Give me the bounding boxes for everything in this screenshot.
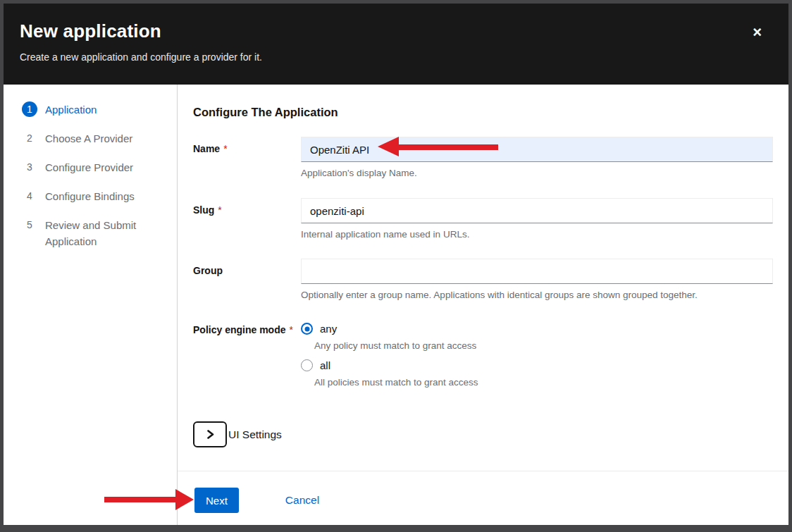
radio-any-helper: Any policy must match to grant access xyxy=(314,340,773,351)
next-button[interactable]: Next xyxy=(194,488,239,513)
name-helper-text: Application's display Name. xyxy=(301,167,773,180)
step-label: Application xyxy=(45,101,97,118)
application-form: Configure The Application Name* Applicat… xyxy=(178,85,788,471)
modal-title: New application xyxy=(20,20,772,42)
policy-engine-mode-row: Policy engine mode* any Any policy must … xyxy=(193,323,773,396)
group-form-row: Group Optionally enter a group name. App… xyxy=(193,259,773,302)
step-number: 4 xyxy=(22,188,37,204)
step-label: Choose A Provider xyxy=(45,130,132,147)
group-helper-text: Optionally enter a group name. Applicati… xyxy=(301,289,773,302)
step-number: 2 xyxy=(22,130,37,146)
name-field[interactable] xyxy=(301,137,773,162)
group-field[interactable] xyxy=(301,259,773,284)
group-label: Group xyxy=(193,259,301,302)
wizard-step-review-submit[interactable]: 5 Review and Submit Application xyxy=(22,217,168,249)
step-label: Configure Provider xyxy=(45,159,133,175)
slug-field[interactable] xyxy=(301,198,773,223)
wizard-step-list: 1 Application 2 Choose A Provider 3 Conf… xyxy=(4,85,178,525)
chevron-right-icon xyxy=(206,430,214,439)
ui-settings-section: UI Settings xyxy=(193,421,773,447)
slug-form-row: Slug* Internal application name used in … xyxy=(193,198,773,241)
close-icon[interactable]: × xyxy=(747,22,767,43)
modal-subtitle: Create a new application and configure a… xyxy=(20,51,772,63)
wizard-step-configure-provider[interactable]: 3 Configure Provider xyxy=(22,159,168,175)
new-application-modal: New application Create a new application… xyxy=(4,4,788,525)
ui-settings-label: UI Settings xyxy=(228,428,282,441)
step-label: Configure Bindings xyxy=(45,188,135,204)
policy-option-any: any Any policy must match to grant acces… xyxy=(301,323,773,351)
radio-any[interactable] xyxy=(301,323,313,335)
radio-all[interactable] xyxy=(301,359,313,371)
wizard-step-application[interactable]: 1 Application xyxy=(22,101,168,118)
radio-any-label[interactable]: any xyxy=(320,323,337,335)
modal-body: 1 Application 2 Choose A Provider 3 Conf… xyxy=(4,85,788,525)
radio-all-helper: All policies must match to grant access xyxy=(314,377,773,388)
slug-label: Slug* xyxy=(193,198,301,241)
required-asterisk: * xyxy=(218,204,221,216)
required-asterisk: * xyxy=(289,324,292,335)
step-number-badge: 1 xyxy=(22,101,37,117)
policy-engine-mode-label: Policy engine mode* xyxy=(193,323,301,396)
page-title: Configure The Application xyxy=(193,106,773,119)
step-label: Review and Submit Application xyxy=(45,217,149,249)
wizard-footer: Next Cancel xyxy=(178,471,788,525)
name-form-row: Name* Application's display Name. xyxy=(193,137,773,180)
modal-header: New application Create a new application… xyxy=(4,4,788,85)
step-number: 3 xyxy=(22,159,37,175)
slug-helper-text: Internal application name used in URLs. xyxy=(301,228,773,241)
radio-all-label[interactable]: all xyxy=(320,359,330,371)
ui-settings-expand-button[interactable] xyxy=(193,421,227,447)
cancel-link[interactable]: Cancel xyxy=(285,494,319,507)
wizard-main-panel: Configure The Application Name* Applicat… xyxy=(178,85,788,525)
policy-option-all: all All policies must match to grant acc… xyxy=(301,359,773,388)
step-number: 5 xyxy=(22,217,37,233)
modal-frame: New application Create a new application… xyxy=(0,0,792,532)
required-asterisk: * xyxy=(223,143,227,154)
wizard-step-choose-provider[interactable]: 2 Choose A Provider xyxy=(22,130,168,147)
name-label: Name* xyxy=(193,137,301,180)
wizard-step-configure-bindings[interactable]: 4 Configure Bindings xyxy=(22,188,168,204)
